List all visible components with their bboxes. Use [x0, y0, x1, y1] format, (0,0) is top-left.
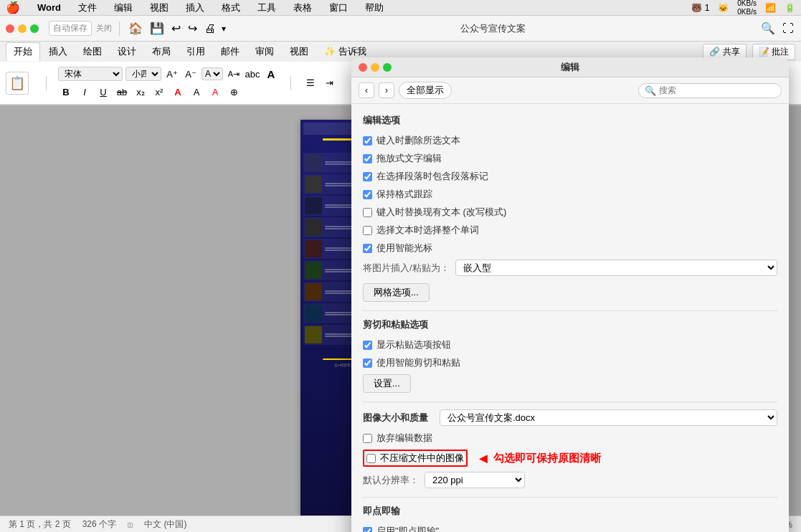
tab-draw[interactable]: 绘图	[76, 43, 109, 60]
menubar-table[interactable]: 表格	[290, 1, 315, 15]
font-color-button[interactable]: A	[170, 84, 186, 100]
maximize-button[interactable]	[30, 24, 39, 33]
dialog-close-button[interactable]	[359, 63, 367, 72]
strikethrough-button[interactable]: ab	[114, 84, 130, 100]
no-compress-checkbox-input[interactable]	[366, 454, 376, 463]
checkbox-show-paste-btn-input[interactable]	[363, 341, 372, 350]
format-extra-button[interactable]: ⊕	[226, 84, 242, 100]
checkbox-keep-format-input[interactable]	[363, 190, 372, 199]
image-quality-file-select[interactable]: 公众号宣传文案.docx	[440, 409, 777, 426]
checkbox-keep-format: 保持格式跟踪	[363, 188, 777, 201]
tab-start[interactable]: 开始	[6, 42, 40, 61]
char-spacing-button[interactable]: A⇥	[226, 66, 242, 82]
checkbox-discard-edit-input[interactable]	[363, 434, 372, 443]
checkbox-enable-click-type-input[interactable]	[363, 527, 372, 533]
tab-insert[interactable]: 插入	[42, 43, 75, 60]
tab-view[interactable]: 视图	[283, 43, 316, 60]
font-grow-button[interactable]: A⁺	[164, 66, 180, 82]
font-shrink-button[interactable]: A⁻	[183, 66, 199, 82]
edit-options-title: 编辑选项	[363, 114, 777, 127]
font-size-select[interactable]: 小四	[125, 67, 161, 81]
doc-item-image	[305, 240, 322, 257]
tab-reference[interactable]: 引用	[179, 43, 212, 60]
search-icon[interactable]: 🔍	[759, 20, 777, 37]
dialog-show-all-button[interactable]: 全部显示	[399, 82, 452, 99]
save-icon[interactable]: 💾	[148, 20, 166, 37]
checkbox-show-paste-btn-label: 显示粘贴选项按钮	[376, 338, 451, 351]
checkbox-smart-cursor-label: 使用智能光标	[376, 242, 432, 255]
dialog-search-box[interactable]: 🔍	[638, 83, 782, 98]
subscript-button[interactable]: x₂	[133, 84, 148, 100]
checkbox-delete-selected-input[interactable]	[363, 136, 372, 146]
highlight-color-button[interactable]: A	[189, 84, 204, 100]
menubar-help[interactable]: 帮助	[362, 1, 387, 15]
case-select[interactable]: Aa	[202, 67, 223, 80]
checkbox-include-para-mark: 在选择段落时包含段落标记	[363, 170, 777, 183]
section-divider-2	[363, 402, 777, 402]
page-info: 第 1 页，共 2 页	[9, 518, 71, 531]
text-color-button2[interactable]: A	[207, 84, 223, 100]
superscript-button[interactable]: x²	[151, 84, 167, 100]
dialog-maximize-button[interactable]	[383, 63, 392, 72]
menubar-file[interactable]: 文件	[75, 1, 100, 15]
bullet-list-button[interactable]: ☰	[303, 75, 318, 91]
font-family-select[interactable]: 宋体	[58, 67, 123, 81]
underline-button[interactable]: U	[95, 84, 111, 100]
document-title: 公众号宣传文案	[460, 22, 526, 35]
settings-button[interactable]: 设置...	[363, 374, 411, 393]
toolbar-dropdown-arrow[interactable]: ▾	[222, 24, 226, 34]
tab-review[interactable]: 审阅	[248, 43, 281, 60]
italic-button[interactable]: I	[77, 84, 93, 100]
doc-item-image	[305, 283, 322, 300]
menubar-window[interactable]: 窗口	[326, 1, 351, 15]
doc-item-image	[305, 197, 322, 214]
checkbox-delete-selected: 键入时删除所选文本	[363, 134, 777, 147]
menubar-right-area: 🐻 1 🐱 0KB/s0KB/s 📶 🔋	[691, 0, 795, 16]
apple-menu-icon[interactable]: 🍎	[6, 1, 20, 14]
print-icon[interactable]: 🖨	[203, 21, 217, 37]
menubar-word[interactable]: Word	[34, 1, 64, 14]
grid-options-button[interactable]: 网格选项...	[363, 283, 430, 302]
tab-design[interactable]: 设计	[110, 43, 143, 60]
autosave-label[interactable]: 自动保存	[49, 21, 92, 36]
checkbox-drag-drop-label: 拖放式文字编辑	[376, 152, 442, 165]
menubar-format[interactable]: 格式	[219, 1, 243, 15]
word-count: 326 个字	[82, 518, 116, 531]
dialog-search-input[interactable]	[659, 85, 775, 95]
checkbox-drag-drop-input[interactable]	[363, 154, 372, 163]
fullscreen-icon[interactable]: ⛶	[781, 21, 795, 37]
menubar-edit[interactable]: 编辑	[111, 1, 136, 15]
ribbon-sep2	[290, 76, 291, 90]
checkbox-smart-cursor-input[interactable]	[363, 244, 372, 253]
checkbox-keep-format-label: 保持格式跟踪	[376, 188, 432, 201]
home-icon[interactable]: 🏠	[127, 20, 144, 37]
cat-icon: 🐱	[718, 3, 729, 13]
dialog-minimize-button[interactable]	[371, 63, 379, 72]
checkbox-overwrite-input[interactable]	[363, 208, 372, 217]
text-box-button[interactable]: A	[263, 66, 279, 82]
default-ppi-select[interactable]: 220 ppi	[425, 472, 525, 488]
menubar-view[interactable]: 视图	[147, 1, 171, 15]
dialog-traffic-lights	[359, 63, 392, 72]
dialog-forward-button[interactable]: ›	[379, 82, 394, 98]
edit-dialog[interactable]: 编辑 ‹ › 全部显示 🔍 编辑选项 键入时删除所选文本 拖放式文字编辑	[351, 57, 789, 532]
indent-button[interactable]: ⇥	[321, 75, 337, 91]
checkbox-include-para-mark-input[interactable]	[363, 172, 372, 181]
image-quality-title: 图像大小和质量	[363, 412, 428, 424]
tab-mail[interactable]: 邮件	[214, 43, 247, 60]
annotation-arrow-icon: ◄	[476, 450, 490, 467]
clear-format-button[interactable]: abc	[245, 66, 260, 82]
checkbox-smart-paste-input[interactable]	[363, 358, 372, 368]
bold-button[interactable]: B	[58, 84, 74, 100]
minimize-button[interactable]	[18, 24, 27, 33]
insert-image-select[interactable]: 嵌入型	[455, 260, 777, 276]
dialog-back-button[interactable]: ‹	[359, 82, 374, 98]
close-button[interactable]	[6, 24, 14, 33]
checkbox-select-word-input[interactable]	[363, 226, 372, 235]
menubar-tools[interactable]: 工具	[255, 1, 279, 15]
paste-button[interactable]: 📋	[6, 72, 29, 95]
redo-icon[interactable]: ↪	[186, 20, 199, 37]
tab-layout[interactable]: 布局	[145, 43, 178, 60]
undo-icon[interactable]: ↩	[170, 20, 182, 37]
menubar-insert[interactable]: 插入	[183, 1, 207, 15]
